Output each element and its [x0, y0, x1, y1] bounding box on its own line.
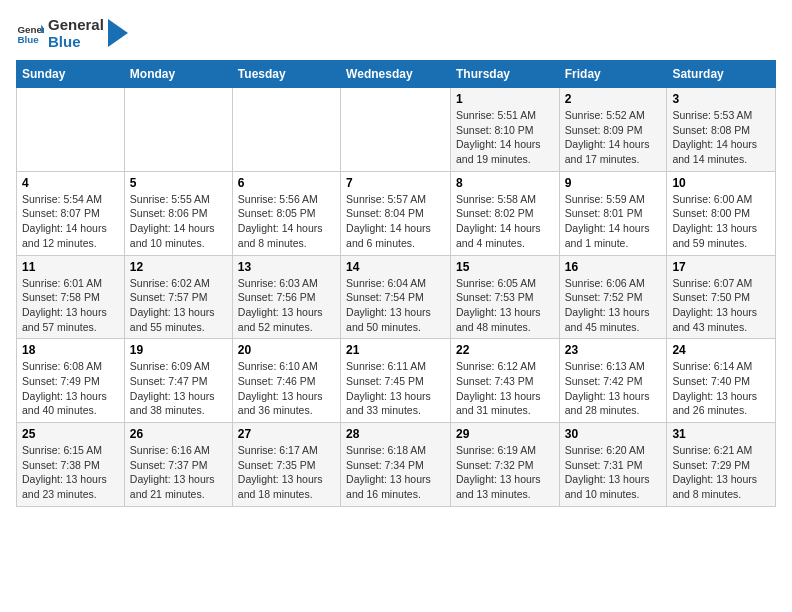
weekday-header-tuesday: Tuesday: [232, 61, 340, 88]
day-info: Sunrise: 6:16 AMSunset: 7:37 PMDaylight:…: [130, 443, 227, 502]
calendar-cell: 15Sunrise: 6:05 AMSunset: 7:53 PMDayligh…: [450, 255, 559, 339]
weekday-header-thursday: Thursday: [450, 61, 559, 88]
day-number: 4: [22, 176, 119, 190]
calendar-cell: 9Sunrise: 5:59 AMSunset: 8:01 PMDaylight…: [559, 171, 667, 255]
calendar-table: SundayMondayTuesdayWednesdayThursdayFrid…: [16, 60, 776, 507]
day-info: Sunrise: 5:57 AMSunset: 8:04 PMDaylight:…: [346, 192, 445, 251]
day-number: 14: [346, 260, 445, 274]
calendar-cell: 7Sunrise: 5:57 AMSunset: 8:04 PMDaylight…: [341, 171, 451, 255]
calendar-week-row: 25Sunrise: 6:15 AMSunset: 7:38 PMDayligh…: [17, 423, 776, 507]
calendar-cell: 18Sunrise: 6:08 AMSunset: 7:49 PMDayligh…: [17, 339, 125, 423]
day-info: Sunrise: 6:12 AMSunset: 7:43 PMDaylight:…: [456, 359, 554, 418]
day-number: 24: [672, 343, 770, 357]
day-number: 31: [672, 427, 770, 441]
day-info: Sunrise: 6:20 AMSunset: 7:31 PMDaylight:…: [565, 443, 662, 502]
day-number: 7: [346, 176, 445, 190]
calendar-week-row: 4Sunrise: 5:54 AMSunset: 8:07 PMDaylight…: [17, 171, 776, 255]
day-number: 5: [130, 176, 227, 190]
day-number: 6: [238, 176, 335, 190]
day-info: Sunrise: 6:05 AMSunset: 7:53 PMDaylight:…: [456, 276, 554, 335]
weekday-header-monday: Monday: [124, 61, 232, 88]
calendar-cell: 30Sunrise: 6:20 AMSunset: 7:31 PMDayligh…: [559, 423, 667, 507]
day-number: 16: [565, 260, 662, 274]
day-number: 8: [456, 176, 554, 190]
calendar-header-row: SundayMondayTuesdayWednesdayThursdayFrid…: [17, 61, 776, 88]
day-info: Sunrise: 6:17 AMSunset: 7:35 PMDaylight:…: [238, 443, 335, 502]
calendar-cell: 24Sunrise: 6:14 AMSunset: 7:40 PMDayligh…: [667, 339, 776, 423]
calendar-cell: [124, 88, 232, 172]
calendar-cell: 12Sunrise: 6:02 AMSunset: 7:57 PMDayligh…: [124, 255, 232, 339]
calendar-cell: 20Sunrise: 6:10 AMSunset: 7:46 PMDayligh…: [232, 339, 340, 423]
day-info: Sunrise: 6:06 AMSunset: 7:52 PMDaylight:…: [565, 276, 662, 335]
day-number: 1: [456, 92, 554, 106]
calendar-cell: 2Sunrise: 5:52 AMSunset: 8:09 PMDaylight…: [559, 88, 667, 172]
calendar-cell: [341, 88, 451, 172]
weekday-header-sunday: Sunday: [17, 61, 125, 88]
logo-line1: General: [48, 16, 104, 33]
day-info: Sunrise: 6:08 AMSunset: 7:49 PMDaylight:…: [22, 359, 119, 418]
day-info: Sunrise: 6:19 AMSunset: 7:32 PMDaylight:…: [456, 443, 554, 502]
day-number: 10: [672, 176, 770, 190]
day-number: 22: [456, 343, 554, 357]
logo-arrow-icon: [108, 19, 128, 47]
day-number: 20: [238, 343, 335, 357]
day-info: Sunrise: 6:21 AMSunset: 7:29 PMDaylight:…: [672, 443, 770, 502]
day-info: Sunrise: 6:15 AMSunset: 7:38 PMDaylight:…: [22, 443, 119, 502]
calendar-cell: 1Sunrise: 5:51 AMSunset: 8:10 PMDaylight…: [450, 88, 559, 172]
day-number: 25: [22, 427, 119, 441]
day-info: Sunrise: 5:54 AMSunset: 8:07 PMDaylight:…: [22, 192, 119, 251]
day-info: Sunrise: 5:58 AMSunset: 8:02 PMDaylight:…: [456, 192, 554, 251]
day-info: Sunrise: 6:09 AMSunset: 7:47 PMDaylight:…: [130, 359, 227, 418]
calendar-cell: 10Sunrise: 6:00 AMSunset: 8:00 PMDayligh…: [667, 171, 776, 255]
day-number: 18: [22, 343, 119, 357]
day-info: Sunrise: 6:18 AMSunset: 7:34 PMDaylight:…: [346, 443, 445, 502]
calendar-cell: 3Sunrise: 5:53 AMSunset: 8:08 PMDaylight…: [667, 88, 776, 172]
calendar-cell: 23Sunrise: 6:13 AMSunset: 7:42 PMDayligh…: [559, 339, 667, 423]
calendar-cell: 17Sunrise: 6:07 AMSunset: 7:50 PMDayligh…: [667, 255, 776, 339]
day-number: 11: [22, 260, 119, 274]
calendar-cell: [232, 88, 340, 172]
day-number: 27: [238, 427, 335, 441]
calendar-cell: 22Sunrise: 6:12 AMSunset: 7:43 PMDayligh…: [450, 339, 559, 423]
calendar-cell: 26Sunrise: 6:16 AMSunset: 7:37 PMDayligh…: [124, 423, 232, 507]
day-info: Sunrise: 6:13 AMSunset: 7:42 PMDaylight:…: [565, 359, 662, 418]
day-info: Sunrise: 5:59 AMSunset: 8:01 PMDaylight:…: [565, 192, 662, 251]
logo-icon: General Blue: [16, 19, 44, 47]
day-info: Sunrise: 6:14 AMSunset: 7:40 PMDaylight:…: [672, 359, 770, 418]
calendar-cell: 4Sunrise: 5:54 AMSunset: 8:07 PMDaylight…: [17, 171, 125, 255]
logo-line2: Blue: [48, 33, 104, 50]
calendar-cell: 11Sunrise: 6:01 AMSunset: 7:58 PMDayligh…: [17, 255, 125, 339]
day-info: Sunrise: 5:53 AMSunset: 8:08 PMDaylight:…: [672, 108, 770, 167]
day-info: Sunrise: 6:00 AMSunset: 8:00 PMDaylight:…: [672, 192, 770, 251]
calendar-week-row: 11Sunrise: 6:01 AMSunset: 7:58 PMDayligh…: [17, 255, 776, 339]
day-info: Sunrise: 6:03 AMSunset: 7:56 PMDaylight:…: [238, 276, 335, 335]
calendar-cell: 27Sunrise: 6:17 AMSunset: 7:35 PMDayligh…: [232, 423, 340, 507]
day-number: 23: [565, 343, 662, 357]
day-number: 28: [346, 427, 445, 441]
day-info: Sunrise: 6:11 AMSunset: 7:45 PMDaylight:…: [346, 359, 445, 418]
day-info: Sunrise: 6:07 AMSunset: 7:50 PMDaylight:…: [672, 276, 770, 335]
day-number: 30: [565, 427, 662, 441]
day-number: 9: [565, 176, 662, 190]
calendar-cell: 31Sunrise: 6:21 AMSunset: 7:29 PMDayligh…: [667, 423, 776, 507]
day-info: Sunrise: 5:55 AMSunset: 8:06 PMDaylight:…: [130, 192, 227, 251]
day-number: 15: [456, 260, 554, 274]
day-info: Sunrise: 6:02 AMSunset: 7:57 PMDaylight:…: [130, 276, 227, 335]
day-info: Sunrise: 5:56 AMSunset: 8:05 PMDaylight:…: [238, 192, 335, 251]
day-number: 3: [672, 92, 770, 106]
calendar-week-row: 1Sunrise: 5:51 AMSunset: 8:10 PMDaylight…: [17, 88, 776, 172]
calendar-cell: 5Sunrise: 5:55 AMSunset: 8:06 PMDaylight…: [124, 171, 232, 255]
calendar-cell: 13Sunrise: 6:03 AMSunset: 7:56 PMDayligh…: [232, 255, 340, 339]
calendar-cell: 14Sunrise: 6:04 AMSunset: 7:54 PMDayligh…: [341, 255, 451, 339]
weekday-header-saturday: Saturday: [667, 61, 776, 88]
day-info: Sunrise: 5:52 AMSunset: 8:09 PMDaylight:…: [565, 108, 662, 167]
day-number: 13: [238, 260, 335, 274]
calendar-cell: 6Sunrise: 5:56 AMSunset: 8:05 PMDaylight…: [232, 171, 340, 255]
logo: General Blue General Blue: [16, 16, 128, 50]
weekday-header-wednesday: Wednesday: [341, 61, 451, 88]
day-number: 12: [130, 260, 227, 274]
day-number: 2: [565, 92, 662, 106]
day-info: Sunrise: 6:04 AMSunset: 7:54 PMDaylight:…: [346, 276, 445, 335]
day-number: 29: [456, 427, 554, 441]
day-number: 17: [672, 260, 770, 274]
